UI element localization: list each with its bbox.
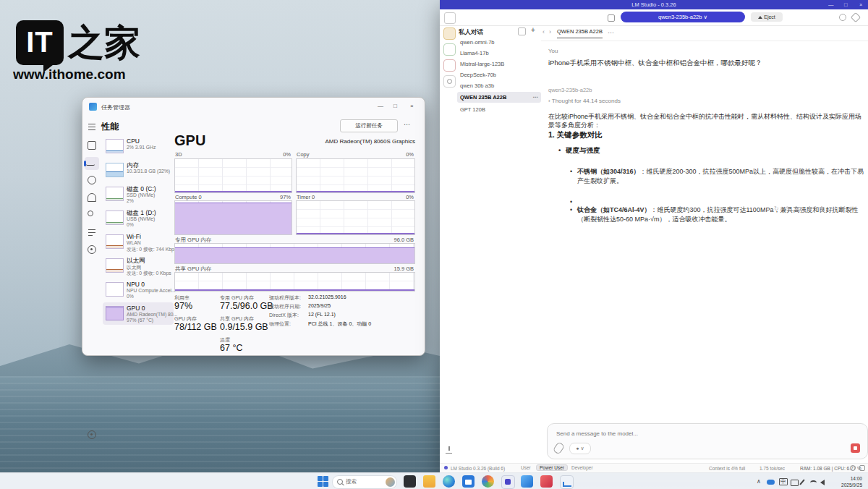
lm-titlebar[interactable]: LM Studio - 0.3.26 — □ × [440,0,868,9]
chats-icon[interactable] [443,27,456,40]
disk1-sub1: USB (NVMe) [127,216,155,221]
dedicated-mem-chart-max: 96.0 GB [379,237,414,243]
directx-value: 12 (FL 12.1) [308,312,336,317]
app-history-icon[interactable] [88,176,96,184]
services-icon[interactable] [88,245,96,254]
downloads-icon[interactable] [446,446,452,454]
assistant-intro: 在比较iPhone手机采用不锈钢、钛合金和铝合金中框的抗冲击性能时，需从材料特性… [548,112,863,129]
taskbar-app-widgets[interactable] [404,475,416,488]
user-account-icon[interactable] [850,465,856,471]
startup-apps-icon[interactable] [88,193,96,202]
tm-more-button[interactable]: ⋯ [404,121,410,128]
eject-model-button[interactable]: Eject [751,12,783,22]
settings-gear-icon[interactable] [88,430,96,439]
run-new-task-button[interactable]: 运行新任务 [340,119,398,132]
chip-icon[interactable] [608,14,615,22]
more-icon[interactable]: ⋯ [830,205,836,212]
lm-status-logo [444,466,448,469]
thought-toggle[interactable]: › Thought for 44.14 seconds [548,98,621,104]
pen-icon[interactable] [799,479,804,485]
lm-status-bar: LM Studio 0.3.26 (Build 6) User Power Us… [440,463,868,473]
taskbar-edge[interactable] [443,475,455,488]
nav-forward-icon[interactable]: › [549,28,551,35]
status-settings-icon[interactable] [859,465,865,471]
sidebar-item-gpu0[interactable]: GPU 0 AMD Radeon(TM) 80... 97% (67 °C) [103,302,174,325]
lm-maximize-button[interactable]: □ [844,1,848,8]
discover-search-icon[interactable] [443,75,456,88]
collapse-list-icon[interactable] [518,27,526,35]
loaded-model-pill[interactable]: qwen3-235b-a22b ∨ [621,12,745,22]
onedrive-icon[interactable] [767,480,775,485]
taskbar-file-explorer[interactable] [423,475,435,488]
branch-icon[interactable]: ⊞ [819,205,824,212]
mode-power-user[interactable]: Power User [536,464,568,471]
copy-icon[interactable]: ⧉ [797,205,801,212]
taskbar-store[interactable] [462,475,475,488]
tray-chevron-icon[interactable]: ∧ [757,478,764,485]
developer-icon[interactable] [443,43,456,56]
regenerate-icon[interactable]: ↻ [774,205,779,212]
chat-item[interactable]: qwen 30b a3b [457,81,541,90]
chat-item-more-icon[interactable]: ⋯ [533,92,539,103]
edit-icon[interactable]: ✎ [786,205,791,212]
menu-hamburger-icon[interactable] [88,122,96,131]
sidebar-item-disk1[interactable]: 磁盘 1 (D:) USB (NVMe) 0% [103,207,174,229]
taskbar-lm-studio-active[interactable] [501,475,515,489]
taskbar-pen-app[interactable] [540,475,553,488]
search-highlight-avatar [386,477,395,487]
context-usage: Context is 4% full [709,466,745,471]
mode-developer[interactable]: Developer [571,465,593,470]
ime-icon[interactable]: 中 [779,478,788,485]
chat-item-selected[interactable]: QWEN 235B A22B⋯ [457,92,541,103]
npu-label: NPU 0 [127,281,145,288]
tab-active-chat[interactable]: QWEN 235B A22B [557,28,603,38]
sidebar-item-disk0[interactable]: 磁盘 0 (C:) SSD (NVMe) 2% [103,183,174,205]
token-speed: 1.75 tok/sec [760,466,785,471]
tm-close-button[interactable]: × [410,103,414,109]
chat-item[interactable]: Mistral-large-123B [457,59,541,69]
tm-minimize-button[interactable]: — [378,103,383,109]
stop-generating-button[interactable] [851,443,860,453]
battery-icon[interactable] [791,480,799,486]
chat-input-box[interactable]: ● ∨ [547,423,868,459]
panel-toggle-icon[interactable] [444,12,456,24]
chat-item[interactable]: GPT 120B [457,105,541,114]
tm-maximize-button[interactable]: □ [393,103,397,109]
sidebar-item-memory[interactable]: 内存 10.3/31.8 GB (32%) [103,159,174,182]
processes-icon[interactable] [88,141,96,150]
lm-close-button[interactable]: × [859,1,862,8]
new-chat-button[interactable]: + [531,26,535,34]
sidebar-item-ethernet[interactable]: 以太网 以太网 发送: 0 接收: 0 Kbps [103,255,174,277]
raw-icon[interactable]: ≡ [809,205,812,212]
lm-minimize-button[interactable]: — [828,1,834,8]
notifications-icon[interactable] [839,14,846,21]
taskbar-photos[interactable] [521,475,533,488]
chat-item[interactable]: qwen-omni-7b [457,38,541,47]
tools-pill[interactable]: ● ∨ [569,443,591,454]
taskbar-copilot[interactable] [482,475,494,488]
details-icon[interactable] [88,228,96,237]
nav-back-icon[interactable]: ‹ [542,28,545,35]
tm-titlebar[interactable]: 任务管理器 — □ × [82,98,425,115]
bullet-titanium-lead: 钛合金（如TC4/6Al-4V） [577,206,651,213]
sidebar-item-wifi[interactable]: Wi-Fi WLAN 发送: 0 接收: 744 Kbps [103,231,174,253]
start-button[interactable] [317,475,329,488]
volume-icon[interactable] [820,480,825,485]
driver-date-value: 2025/9/25 [308,303,331,308]
sidebar-item-cpu[interactable]: CPU 2% 3.91 GHz [103,135,174,158]
taskbar-search[interactable]: 搜索 [332,475,397,489]
sidebar-item-npu[interactable]: NPU 0 NPU Compute Accel... 0% [103,278,174,301]
models-folder-icon[interactable] [443,59,456,72]
mode-user[interactable]: User [521,465,531,470]
tray-clock[interactable]: 14:00 2025/9/25 [830,476,862,489]
chat-item[interactable]: DeepSeek-70b [457,70,541,80]
performance-icon-selected[interactable] [85,157,99,170]
taskbar-task-manager-active[interactable] [560,475,574,489]
users-icon[interactable] [88,211,96,219]
tab-more-icon[interactable]: ⋯ [608,29,614,36]
wifi-icon[interactable] [810,480,817,485]
chart-3d-label: 3D [175,151,182,158]
chat-item[interactable]: Llama4-17b [457,48,541,58]
gpu-sub1: AMD Radeon(TM) 80... [127,312,177,317]
settings-wrench-icon[interactable] [851,12,861,22]
